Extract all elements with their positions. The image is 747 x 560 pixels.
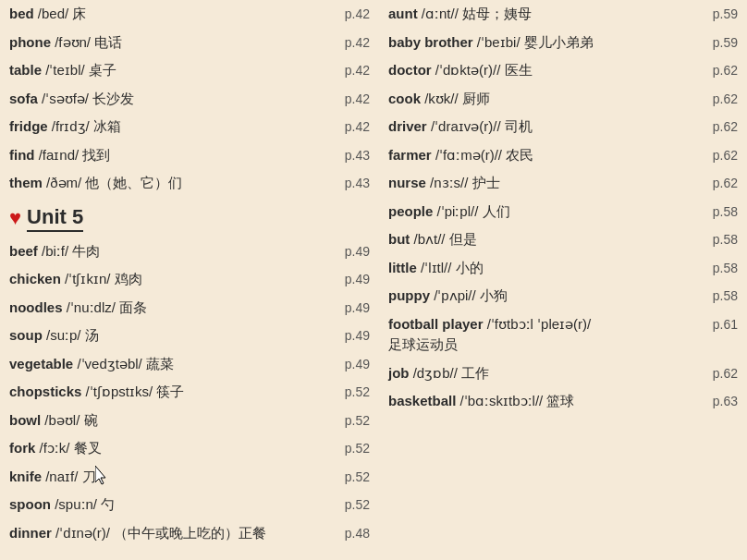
word-phonetic: /kʊk//: [424, 91, 459, 106]
word-phonetic: /bəʊl/: [44, 412, 80, 428]
word-page: p.42: [335, 90, 370, 109]
word-entry: find /faɪnd/ 找到: [9, 145, 335, 166]
word-headword: find: [9, 147, 35, 163]
word-page: p.59: [703, 5, 738, 24]
word-entry: sofa /ˈsəʊfə/ 长沙发: [9, 89, 335, 110]
word-page: p.62: [703, 90, 738, 109]
list-item: sofa /ˈsəʊfə/ 长沙发 p.42: [9, 85, 370, 114]
list-item: fork /fɔːk/ 餐叉 p.52: [9, 434, 370, 463]
word-entry: cook /kʊk// 厨师: [388, 89, 703, 110]
word-headword: bowl: [9, 412, 41, 428]
list-item: bowl /bəʊl/ 碗 p.52: [9, 407, 370, 435]
list-item: football player /ˈfʊtbɔːl ˈpleɪə(r)/ 足球运…: [388, 310, 738, 359]
word-entry: chopsticks /ˈtʃɒpstɪks/ 筷子: [9, 382, 335, 403]
word-phonetic: /frɪdʒ/: [52, 118, 90, 134]
word-headword: cook: [388, 91, 421, 106]
word-phonetic: /ˈteɪbl/: [45, 62, 85, 78]
list-item: spoon /spuːn/ 勺 p.52: [9, 491, 370, 519]
word-page: p.62: [703, 174, 738, 193]
word-chinese: 汤: [85, 327, 99, 343]
word-chinese: 勺: [101, 496, 115, 512]
word-chinese: 牛肉: [72, 243, 100, 259]
word-phonetic: /ˈdɒktə(r)//: [435, 62, 501, 78]
word-headword: dinner: [9, 525, 52, 541]
word-headword: basketball: [388, 393, 456, 408]
list-item: bed /bed/ 床 p.42: [9, 0, 370, 29]
word-phonetic: /ˈbɑːskɪtbɔːl//: [460, 393, 544, 408]
word-entry: football player /ˈfʊtbɔːl ˈpleɪə(r)/ 足球运…: [388, 314, 703, 356]
word-headword: noodles: [9, 299, 63, 315]
word-page: p.43: [335, 146, 370, 165]
list-item: vegetable /ˈvedʒtəbl/ 蔬菜 p.49: [9, 350, 370, 379]
word-page: p.58: [703, 230, 738, 250]
word-page: p.48: [335, 524, 370, 543]
list-item: phone /fəʊn/ 电话 p.42: [9, 29, 370, 57]
word-phonetic: /nɜːs//: [430, 175, 468, 190]
word-headword: chicken: [9, 271, 61, 286]
word-headword: little: [388, 260, 417, 275]
word-chinese: 筷子: [156, 383, 184, 399]
word-headword: chopsticks: [9, 383, 81, 399]
word-phonetic: /ˈdɪnə(r)/: [55, 525, 110, 541]
word-headword: sofa: [9, 91, 38, 106]
word-page: p.62: [703, 61, 738, 80]
word-entry: fridge /frɪdʒ/ 冰箱: [9, 116, 335, 138]
list-item: dinner /ˈdɪnə(r)/ （中午或晚上吃的）正餐 p.48: [9, 519, 370, 548]
unit-title: Unit 5: [27, 205, 83, 232]
word-entry: dinner /ˈdɪnə(r)/ （中午或晚上吃的）正餐: [9, 523, 335, 544]
word-phonetic: /bed/: [38, 6, 68, 21]
list-item: chopsticks /ˈtʃɒpstɪks/ 筷子 p.52: [9, 378, 370, 407]
word-headword: doctor: [388, 62, 432, 78]
word-entry: driver /ˈdraɪvə(r)// 司机: [388, 116, 703, 138]
list-item: noodles /ˈnuːdlz/ 面条 p.49: [9, 294, 370, 323]
word-chinese: 人们: [483, 203, 510, 219]
word-headword: job: [388, 365, 410, 381]
word-chinese: 足球运动员: [388, 336, 458, 352]
word-page: p.59: [703, 33, 738, 53]
word-phonetic: /ˈfʊtbɔːl ˈpleɪə(r)/: [487, 316, 592, 332]
word-phonetic: /biːf/: [42, 243, 68, 259]
word-phonetic: /ˈvedʒtəbl/: [77, 356, 141, 371]
list-item: job /dʒɒb// 工作 p.62: [388, 359, 738, 388]
word-headword: nurse: [388, 175, 426, 190]
word-phonetic: /ˈtʃɒpstɪks/: [86, 383, 153, 399]
word-phonetic: /ˈfɑːmə(r)//: [435, 147, 502, 163]
word-headword: fridge: [9, 118, 48, 134]
word-chinese: 但是: [449, 231, 477, 247]
word-chinese: 鸡肉: [115, 271, 142, 286]
word-headword: phone: [9, 34, 51, 50]
left-column: bed /bed/ 床 p.42 phone /fəʊn/ 电话 p.42 ta…: [0, 0, 379, 560]
list-item: beef /biːf/ 牛肉 p.49: [9, 237, 370, 266]
word-headword: but: [388, 231, 410, 247]
word-entry: doctor /ˈdɒktə(r)// 医生: [388, 60, 703, 81]
word-entry: baby brother /ˈbeɪbi/ 婴儿小弟弟: [388, 32, 703, 54]
word-page: p.58: [703, 286, 738, 306]
word-phonetic: /fəʊn/: [55, 34, 91, 50]
word-phonetic: /ˈbeɪbi/: [477, 34, 520, 50]
list-item: chicken /ˈtʃɪkɪn/ 鸡肉 p.49: [9, 265, 370, 294]
word-page: p.52: [335, 411, 370, 431]
word-headword: football player: [388, 316, 484, 332]
list-item: baby brother /ˈbeɪbi/ 婴儿小弟弟 p.59: [388, 29, 738, 57]
list-item: cook /kʊk// 厨师 p.62: [388, 85, 738, 114]
word-chinese: 篮球: [546, 393, 574, 408]
word-entry: but /bʌt// 但是: [388, 229, 703, 250]
word-chinese: 冰箱: [93, 118, 121, 134]
word-page: p.42: [335, 5, 370, 24]
word-page: p.49: [335, 298, 370, 318]
main-container: bed /bed/ 床 p.42 phone /fəʊn/ 电话 p.42 ta…: [0, 0, 747, 560]
word-phonetic: /bʌt//: [414, 231, 446, 247]
word-phonetic: /naɪf/: [45, 469, 78, 484]
word-headword: puppy: [388, 287, 430, 303]
word-entry: spoon /spuːn/ 勺: [9, 494, 335, 516]
word-chinese: 农民: [506, 147, 533, 163]
word-entry: phone /fəʊn/ 电话: [9, 32, 335, 54]
word-entry: little /ˈlɪtl// 小的: [388, 258, 703, 279]
word-chinese: 小的: [456, 260, 484, 275]
word-page: p.42: [335, 33, 370, 53]
list-item: people /ˈpiːpl// 人们 p.58: [388, 198, 738, 226]
word-page: p.58: [703, 202, 738, 222]
list-item: puppy /ˈpʌpi// 小狗 p.58: [388, 282, 738, 310]
word-entry: basketball /ˈbɑːskɪtbɔːl// 篮球: [388, 391, 703, 412]
list-item: doctor /ˈdɒktə(r)// 医生 p.62: [388, 56, 738, 85]
